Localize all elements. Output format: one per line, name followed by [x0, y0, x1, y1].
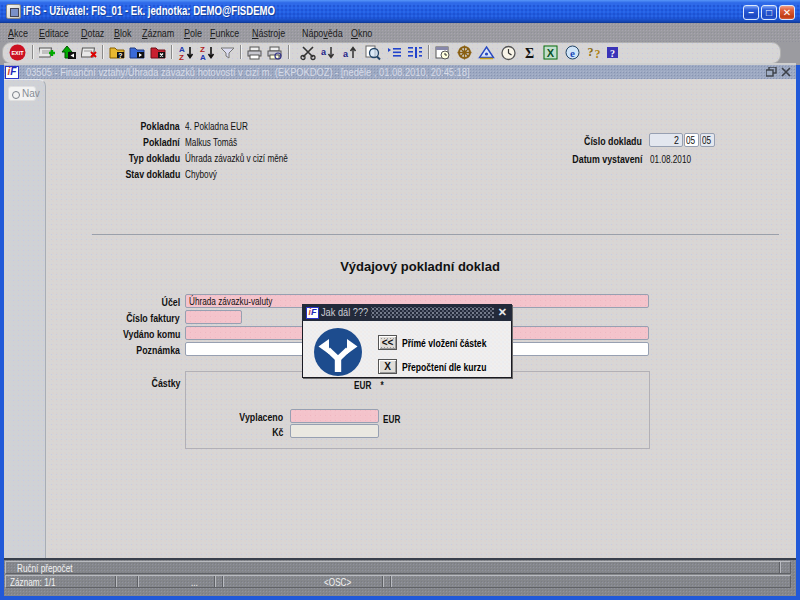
svg-text:?: ?: [610, 48, 615, 59]
svg-text:Z: Z: [179, 53, 184, 61]
svg-text:X: X: [547, 47, 555, 59]
svg-text:?: ?: [118, 52, 122, 59]
svg-text:a: a: [343, 49, 349, 59]
svg-text:?: ?: [595, 47, 601, 61]
svg-text:Σ: Σ: [525, 46, 534, 61]
svg-text:A: A: [200, 53, 206, 61]
svg-text:e: e: [570, 47, 575, 59]
svg-text:a: a: [321, 47, 327, 57]
svg-text:?: ?: [588, 45, 594, 59]
svg-text:EXIT: EXIT: [11, 50, 24, 56]
